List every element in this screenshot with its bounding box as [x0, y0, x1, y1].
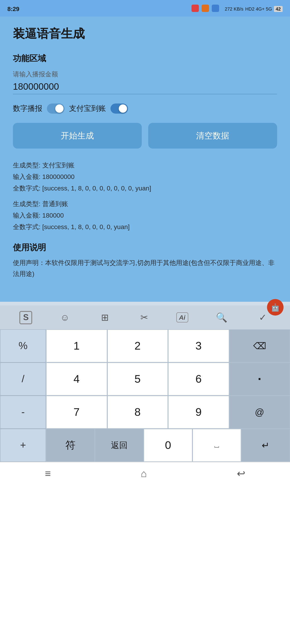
result-line-5: 输入金额: 180000 [13, 210, 277, 221]
key-symbol[interactable]: 符 [46, 429, 95, 462]
key-percent[interactable]: % [0, 329, 46, 362]
key-6[interactable]: 6 [168, 362, 229, 396]
notif-icon-1 [191, 4, 199, 12]
amount-input[interactable] [13, 82, 277, 94]
status-time: 8:29 [7, 5, 19, 12]
sogou-icon[interactable]: S [20, 311, 33, 324]
notif-icon-2 [202, 4, 209, 12]
nav-menu-icon[interactable]: ≡ [45, 468, 51, 480]
keyboard-toolbar: S ☺ ⊞ ✂ Ai 🔍 ✓ [0, 306, 290, 329]
key-7[interactable]: 7 [46, 396, 107, 429]
key-minus[interactable]: - [0, 396, 46, 429]
status-right: 272 KB/s HD2 4G+ 5G 42 [191, 4, 283, 13]
keyboard-right-area: 1 2 3 ⌫ 4 5 6 · 7 8 9 @ 符 返回 [46, 329, 290, 462]
collapse-icon[interactable]: ✓ [255, 310, 270, 325]
battery-indicator: 42 [274, 6, 283, 12]
toggle2-label: 支付宝到账 [69, 104, 106, 114]
key-slash[interactable]: / [0, 362, 46, 396]
key-2[interactable]: 2 [107, 329, 168, 362]
toggle-knob-1 [55, 104, 64, 113]
keyboard-row-1: 1 2 3 ⌫ [46, 329, 290, 362]
nav-bar: ≡ ⌂ ↩ [0, 462, 290, 485]
keyboard-row-bottom: 符 返回 0 ⎵ ↵ [46, 429, 290, 462]
nav-home-icon[interactable]: ⌂ [141, 468, 147, 480]
toggle-digital-broadcast[interactable] [47, 104, 65, 114]
scissors-icon[interactable]: ✂ [137, 310, 152, 325]
result-line-4: 生成类型: 普通到账 [13, 198, 277, 210]
notif-icon-3 [212, 4, 219, 12]
key-0[interactable]: 0 [144, 429, 192, 462]
robot-icon[interactable]: 🤖 [267, 299, 283, 316]
search-icon[interactable]: 🔍 [212, 310, 231, 325]
key-enter[interactable]: ↵ [241, 429, 290, 462]
key-plus[interactable]: + [0, 429, 46, 462]
key-4[interactable]: 4 [46, 362, 107, 396]
keyboard-row-2: 4 5 6 · [46, 362, 290, 396]
status-bar: 8:29 272 KB/s HD2 4G+ 5G 42 [0, 0, 290, 16]
app-area: 装逼语音生成 功能区域 请输入播报金额 数字播报 支付宝到账 开始生成 清空数据… [0, 16, 290, 302]
nav-back-icon[interactable]: ↩ [237, 468, 245, 480]
key-at[interactable]: @ [229, 396, 290, 429]
usage-title: 使用说明 [13, 242, 277, 253]
keyboard-icon[interactable]: ⊞ [97, 310, 113, 325]
clear-button[interactable]: 清空数据 [148, 123, 277, 148]
network-speed: 272 KB/s [225, 6, 243, 11]
result-area: 生成类型: 支付宝到账 输入金额: 180000000 全数字式: [succe… [13, 160, 277, 233]
keyboard-main: % / - + 1 2 3 ⌫ 4 5 6 · 7 8 [0, 329, 290, 462]
key-back[interactable]: 返回 [95, 429, 144, 462]
key-8[interactable]: 8 [107, 396, 168, 429]
emoji-icon[interactable]: ☺ [57, 310, 73, 324]
functional-area-label: 功能区域 [13, 53, 277, 64]
amount-input-placeholder: 请输入播报金额 [13, 70, 277, 79]
key-space[interactable]: ⎵ [192, 429, 241, 462]
key-1[interactable]: 1 [46, 329, 107, 362]
keyboard-left-col: % / - + [0, 329, 46, 462]
network-type: HD2 4G+ 5G [245, 6, 272, 11]
app-title: 装逼语音生成 [13, 26, 277, 42]
toggle1-label: 数字播报 [13, 104, 42, 114]
result-line-3: 全数字式: [success, 1, 8, 0, 0, 0, 0, 0, 0, … [13, 183, 277, 194]
toggle-alipay[interactable] [111, 104, 128, 114]
keyboard-row-3: 7 8 9 @ [46, 396, 290, 429]
key-9[interactable]: 9 [168, 396, 229, 429]
result-line-6: 全数字式: [success, 1, 8, 0, 0, 0, 0, yuan] [13, 221, 277, 233]
toggle-row: 数字播报 支付宝到账 [13, 104, 277, 114]
result-line-2: 输入金额: 180000000 [13, 171, 277, 182]
toggle-knob-2 [119, 104, 127, 113]
key-3[interactable]: 3 [168, 329, 229, 362]
result-line-1: 生成类型: 支付宝到账 [13, 160, 277, 171]
notification-icons [191, 4, 219, 13]
ai-icon[interactable]: Ai [176, 312, 188, 322]
keyboard-area: 🤖 S ☺ ⊞ ✂ Ai 🔍 ✓ % / - + 1 2 3 ⌫ [0, 302, 290, 462]
key-5[interactable]: 5 [107, 362, 168, 396]
action-buttons: 开始生成 清空数据 [13, 123, 277, 148]
key-backspace[interactable]: ⌫ [229, 329, 290, 362]
key-dot[interactable]: · [229, 362, 290, 396]
usage-text: 使用声明：本软件仅限用于测试与交流学习,切勿用于其他用途(包含但不仅限于商业用途… [13, 258, 277, 280]
start-button[interactable]: 开始生成 [13, 123, 142, 148]
